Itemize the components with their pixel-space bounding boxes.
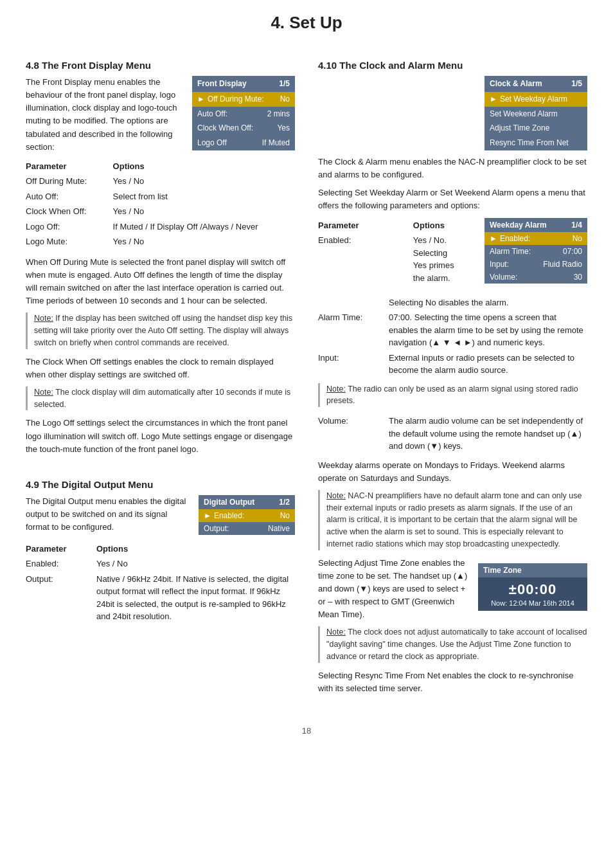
section-48-note2: Note: The clock display will dim automat…: [26, 386, 295, 411]
param-option: Yes / No: [96, 556, 295, 572]
weekday-alarm-item-0[interactable]: ► Enabled: No: [484, 232, 587, 245]
digital-item-1-label: Output:: [204, 524, 229, 533]
param-option: External inputs or radio presets can be …: [389, 350, 587, 378]
section-410-note5: Note: The clock does not adjust automati…: [318, 626, 587, 662]
digital-output-item-0[interactable]: ► Enabled: No: [199, 509, 295, 522]
param-option: Native / 96kHz 24bit. If Native is selec…: [96, 572, 295, 624]
section-49: 4.9 The Digital Output Menu Digital Outp…: [26, 467, 295, 631]
digital-item-0-value: No: [280, 511, 290, 520]
table-row: Off During Mute: Yes / No: [26, 174, 295, 189]
table-row: Output: Native / 96kHz 24bit. If Native …: [26, 572, 295, 624]
digital-output-menu-header: Digital Output 1/2: [199, 495, 295, 509]
table-row: Alarm Time: 07:00. Selecting the time op…: [318, 310, 587, 350]
section-48-body2: The Clock When Off settings enables the …: [26, 356, 295, 381]
front-display-item-2-value: Yes: [277, 123, 290, 134]
table-row: Parameter Options: [26, 159, 295, 174]
table-row: Input: External inputs or radio presets …: [318, 350, 587, 378]
table-row: Enabled: Yes / No.SelectingYes primesthe…: [318, 233, 472, 285]
clock-alarm-item-1[interactable]: Set Weekend Alarm: [484, 107, 587, 122]
weekday-item-0-value: No: [573, 234, 582, 243]
table-row: Logo Off: If Muted / If Display Off /Alw…: [26, 219, 295, 235]
param-option: If Muted / If Display Off /Always / Neve…: [113, 219, 295, 235]
note-text: The clock does not adjust automatically …: [326, 628, 587, 661]
clock-alarm-item-0[interactable]: ► Set Weekday Alarm: [484, 92, 587, 107]
note-text: The radio can only be used as an alarm s…: [326, 384, 578, 406]
section-410-body2: Weekday alarms operate on Mondays to Fri…: [318, 459, 587, 485]
param-label: Parameter: [26, 159, 113, 174]
param-option: Yes / No: [113, 174, 295, 189]
section-48-body1: When Off During Mute is selected the fro…: [26, 256, 295, 308]
weekday-alarm-header: Weekday Alarm 1/4: [484, 218, 587, 232]
front-display-item-1-value: 2 mins: [267, 109, 290, 120]
section-410-param-table: Parameter Options Enabled: Yes / No.Sele…: [318, 218, 472, 286]
section-410-note3: Note: The radio can only be used as an a…: [318, 383, 587, 408]
front-display-item-3[interactable]: Logo Off If Muted: [192, 136, 295, 150]
arrow-icon: ►: [490, 94, 497, 105]
weekday-alarm-item-1[interactable]: Alarm Time: 07:00: [484, 245, 587, 258]
param-label: Enabled:: [318, 233, 413, 285]
clock-alarm-item-3[interactable]: Resync Time From Net: [484, 136, 587, 150]
digital-output-menu-box: Digital Output 1/2 ► Enabled: No Output:…: [199, 495, 295, 535]
front-display-menu-page: 1/5: [279, 78, 290, 89]
weekday-alarm-item-2[interactable]: Input: Fluid Radio: [484, 258, 587, 271]
front-display-item-3-label: Logo Off: [197, 138, 227, 149]
section-410-note4: Note: NAC-N preamplifiers have no defaul…: [318, 490, 587, 550]
param-option: Selecting No disables the alarm.: [389, 295, 587, 311]
param-label: Parameter: [26, 541, 96, 557]
weekday-alarm-item-3[interactable]: Volume: 30: [484, 271, 587, 284]
front-display-menu-box: Front Display 1/5 ► Off During Mute: No …: [192, 76, 295, 150]
table-row: Parameter Options: [318, 218, 472, 233]
section-49-title: 4.9 The Digital Output Menu: [26, 479, 295, 490]
param-option: Options: [413, 218, 472, 233]
note-label: Note:: [34, 314, 53, 323]
clock-alarm-menu-box: Clock & Alarm 1/5 ► Set Weekday Alarm Se…: [484, 76, 587, 150]
clock-alarm-item-2[interactable]: Adjust Time Zone: [484, 121, 587, 136]
timezone-section: Selecting Adjust Time Zone enables the t…: [318, 557, 587, 622]
note-text: The clock display will dim automatically…: [34, 388, 290, 409]
front-display-item-1[interactable]: Auto Off: 2 mins: [192, 107, 295, 122]
front-display-item-0[interactable]: ► Off During Mute: No: [192, 92, 295, 107]
digital-output-item-1[interactable]: Output: Native: [199, 522, 295, 535]
param-label: Off During Mute:: [26, 174, 113, 189]
clock-alarm-item-3-label: Resync Time From Net: [490, 138, 569, 149]
param-label: Output:: [26, 572, 96, 624]
section-48: 4.8 The Front Display Menu Front Display…: [26, 48, 295, 461]
param-option: Options: [96, 541, 295, 557]
digital-item-0-label: Enabled:: [214, 511, 244, 520]
front-display-item-3-value: If Muted: [262, 138, 290, 149]
clock-alarm-item-2-label: Adjust Time Zone: [490, 123, 549, 134]
param-label: Alarm Time:: [318, 310, 389, 350]
section-410-resync: Selecting Resync Time From Net enables t…: [318, 669, 587, 695]
param-option: Yes / No: [113, 204, 295, 219]
front-display-menu-header: Front Display 1/5: [192, 76, 295, 92]
param-label: Auto Off:: [26, 189, 113, 204]
section-48-param-table: Parameter Options Off During Mute: Yes /…: [26, 159, 295, 249]
section-48-body3: The Logo Off settings select the circums…: [26, 417, 295, 455]
section-410-volume-table: Volume: The alarm audio volume can be se…: [318, 413, 587, 454]
param-label: Logo Off:: [26, 219, 113, 235]
param-option: 07:00. Selecting the time opens a screen…: [389, 310, 587, 350]
param-option: Yes / No: [113, 234, 295, 249]
front-display-item-0-value: No: [280, 94, 290, 105]
front-display-item-1-label: Auto Off:: [197, 109, 227, 120]
timezone-header: Time Zone: [478, 563, 587, 577]
arrow-icon: ►: [490, 234, 497, 243]
note-text: If the display has been switched off usi…: [34, 314, 292, 347]
section-48-title: 4.8 The Front Display Menu: [26, 60, 295, 71]
timezone-intro: Selecting Adjust Time Zone enables the t…: [318, 557, 468, 622]
page-number: 18: [26, 726, 587, 736]
digital-output-title: Digital Output: [204, 498, 254, 507]
table-row: Clock When Off: Yes / No: [26, 204, 295, 219]
note-text: NAC-N preamplifiers have no default alar…: [326, 491, 582, 548]
table-row: Enabled: Yes / No: [26, 556, 295, 572]
arrow-icon: ►: [197, 94, 205, 105]
note-label: Note:: [326, 628, 346, 637]
section-410-detail-table: Selecting No disables the alarm. Alarm T…: [318, 295, 587, 378]
timezone-sub: Now: 12:04 Mar 16th 2014: [483, 599, 582, 607]
clock-alarm-title: Clock & Alarm: [490, 78, 542, 89]
table-row: Selecting No disables the alarm.: [318, 295, 587, 311]
weekday-alarm-page: 1/4: [571, 221, 582, 230]
section-49-param-table: Parameter Options Enabled: Yes / No Outp…: [26, 541, 295, 624]
section-410-title: 4.10 The Clock and Alarm Menu: [318, 60, 587, 71]
front-display-item-2[interactable]: Clock When Off: Yes: [192, 121, 295, 136]
